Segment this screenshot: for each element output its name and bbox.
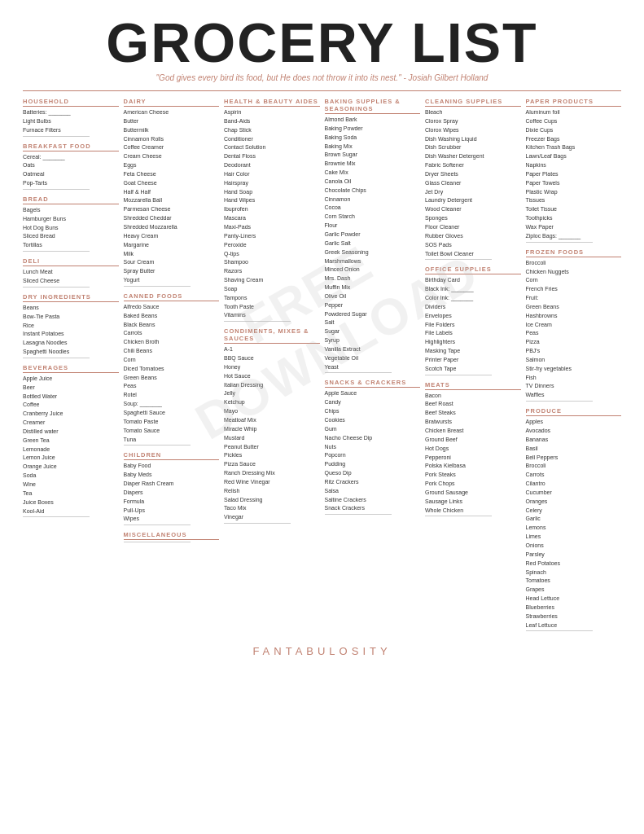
list-item: Meatloaf Mix — [224, 416, 320, 425]
list-item: File Labels — [425, 329, 521, 338]
list-item: Black Beans — [124, 321, 220, 330]
list-item: Hot Dogs — [425, 445, 521, 454]
section-divider — [124, 445, 191, 446]
list-item: Broccoli — [526, 462, 622, 471]
list-item: Taco Mix — [224, 504, 320, 513]
list-item: Lemon Juice — [23, 454, 119, 463]
list-item: Grapes — [526, 586, 622, 595]
list-item: Vanilla Extract — [325, 345, 421, 354]
list-item: Pizza — [526, 338, 622, 347]
subtitle: "God gives every bird its food, but He d… — [23, 73, 621, 82]
main-columns: HOUSEHOLDBatteries: _______Light BulbsFu… — [23, 98, 621, 637]
list-item: Contact Solution — [224, 143, 320, 152]
list-item: Paper Plates — [526, 170, 622, 179]
column-3: BAKING SUPPLIES & SEASONINGSAlmond BarkB… — [325, 98, 421, 520]
list-item: Sliced Cheese — [23, 277, 119, 286]
list-item: Vegetable Oil — [325, 354, 421, 363]
list-item: Coffee Cups — [526, 117, 622, 126]
list-item: Apple Sauce — [325, 389, 421, 398]
list-item: Flour — [325, 222, 421, 230]
section-4-2: MEATSBaconBeef RoastBeef SteaksBratwurst… — [425, 381, 521, 517]
section-0-0: HOUSEHOLDBatteries: _______Light BulbsFu… — [23, 98, 119, 137]
section-divider — [425, 375, 492, 375]
list-item: A-1 — [224, 345, 320, 354]
section-title-1-1: CANNED FOODS — [124, 292, 220, 301]
list-item: Shredded Cheddar — [124, 214, 220, 223]
list-item: Tea — [23, 489, 119, 498]
list-item: Basil — [526, 445, 622, 454]
list-item: Parsley — [526, 551, 622, 560]
list-item: Razors — [224, 267, 320, 276]
list-item: Fabric Softener — [425, 161, 521, 170]
list-item: Chips — [325, 407, 421, 416]
list-item: Green Tea — [23, 437, 119, 446]
section-divider — [526, 630, 593, 631]
list-item: Jelly — [224, 389, 320, 398]
section-divider — [23, 189, 90, 190]
list-item: Honey — [224, 363, 320, 372]
section-divider — [124, 525, 191, 525]
list-item: Kool-Aid — [23, 507, 119, 516]
list-item: Polska Kielbasa — [425, 462, 521, 471]
list-item: Tortillas — [23, 241, 119, 250]
list-item: Tomatoes — [526, 577, 622, 586]
section-3-0: BAKING SUPPLIES & SEASONINGSAlmond BarkB… — [325, 98, 421, 373]
section-2-1: CONDIMENTS, MIXES & SAUCESA-1BBQ SauceHo… — [224, 327, 320, 524]
list-item: Half & Half — [124, 188, 220, 197]
list-item: Broccoli — [526, 259, 622, 268]
list-item: Diaper Rash Cream — [124, 480, 220, 489]
section-1-2: CHILDRENBaby FoodBaby MedsDiaper Rash Cr… — [124, 451, 220, 525]
list-item: Candy — [325, 398, 421, 407]
list-item: Salmon — [526, 356, 622, 365]
list-item: Q-tips — [224, 250, 320, 259]
list-item: SOS Pads — [425, 241, 521, 250]
page: GROCERY LIST "God gives every bird its f… — [0, 0, 644, 834]
list-item: Cilantro — [526, 480, 622, 489]
list-item: Corn Starch — [325, 213, 421, 222]
list-item: Chicken Nuggets — [526, 268, 622, 277]
list-item: Pickles — [224, 451, 320, 460]
section-title-0-0: HOUSEHOLD — [23, 98, 119, 107]
section-0-4: DRY INGREDIENTSBeansBow-Tie PastaRiceIns… — [23, 293, 119, 358]
column-0: HOUSEHOLDBatteries: _______Light BulbsFu… — [23, 98, 119, 523]
list-item: Vinegar — [224, 513, 320, 522]
list-item: Mozzarella Ball — [124, 196, 220, 205]
list-item: Stir-fry vegetables — [526, 365, 622, 374]
list-item: Baking Mix — [325, 143, 421, 151]
list-item: Dividers — [425, 303, 521, 312]
list-item: Italian Dressing — [224, 381, 320, 390]
list-item: Pork Chops — [425, 480, 521, 489]
brand-name: FANTABULOSITY — [23, 645, 621, 657]
list-item: Ziploc Bags: _______ — [526, 232, 622, 241]
list-item: Dental Floss — [224, 152, 320, 161]
list-item: Hot Dog Buns — [23, 224, 119, 233]
list-item: Salt — [325, 318, 421, 327]
list-item: Bleach — [425, 108, 521, 117]
list-item: Bananas — [526, 436, 622, 445]
list-item: Beer — [23, 384, 119, 393]
section-divider — [23, 516, 90, 517]
list-item: Oats — [23, 161, 119, 170]
list-item: Pudding — [325, 460, 421, 469]
list-item: Instant Potatoes — [23, 330, 119, 339]
list-item: Queso Dip — [325, 469, 421, 478]
list-item: Head Lettuce — [526, 595, 622, 604]
list-item: Green Beans — [526, 303, 622, 312]
list-item: Baby Meds — [124, 471, 220, 480]
list-item: Cranberry Juice — [23, 410, 119, 419]
list-item: BBQ Sauce — [224, 354, 320, 363]
list-item: Hand Soap — [224, 188, 320, 197]
list-item: Bow-Tie Pasta — [23, 313, 119, 322]
list-item: Salsa — [325, 487, 421, 496]
list-item: Sugar — [325, 327, 421, 336]
list-item: Cream Cheese — [124, 152, 220, 161]
section-divider — [325, 372, 392, 373]
section-4-1: OFFICE SUPPLIESBirthday CardBlack Ink: _… — [425, 266, 521, 375]
list-item: Maxi-Pads — [224, 223, 320, 232]
list-item: Pop-Tarts — [23, 179, 119, 188]
list-item: Tampons — [224, 294, 320, 303]
list-item: Toilet Tissue — [526, 205, 622, 214]
section-divider — [425, 259, 492, 260]
list-item: Aspirin — [224, 108, 320, 117]
list-item: French Fries — [526, 285, 622, 294]
